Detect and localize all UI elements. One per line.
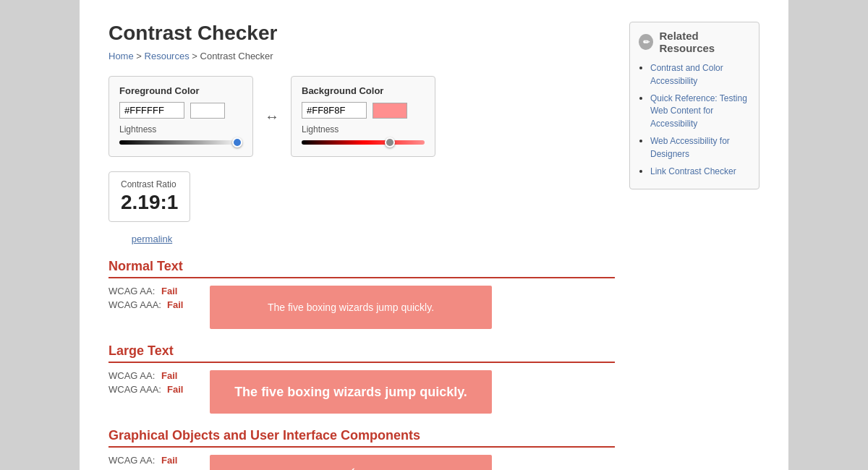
color-inputs-row: Foreground Color Lightness ↔ Backgroun [109,76,615,157]
foreground-swatch [190,103,225,119]
graphical-title: Graphical Objects and User Interface Com… [109,428,615,448]
breadcrumb: Home > Resources > Contrast Checker [109,51,615,61]
related-link-item-0: Contrast and Color Accessibility [650,61,750,87]
background-hex-input[interactable] [302,102,367,119]
foreground-slider-thumb[interactable] [232,137,242,148]
graphical-body: WCAG AA: Fail ✓ [109,455,615,470]
large-wcag-aaa-result: Fail [167,384,183,395]
contrast-ratio-value: 2.19:1 [121,191,178,214]
normal-wcag-aaa-label: WCAG AAA: [109,299,161,310]
graphical-wcag-aa-result: Fail [161,455,177,466]
related-link-item-1: Quick Reference: Testing Web Content for… [650,92,750,130]
graphical-wcag: WCAG AA: Fail [109,455,195,469]
contrast-ratio-label: Contrast Ratio [121,179,178,189]
background-color-box: Background Color Lightness [291,76,435,157]
normal-text-preview: The five boxing wizards jump quickly. [210,286,492,329]
related-resources-list: Contrast and Color Accessibility Quick R… [639,61,750,177]
normal-wcag-aa-row: WCAG AA: Fail [109,286,195,296]
breadcrumb-home[interactable]: Home [109,51,134,61]
large-text-wcag: WCAG AA: Fail WCAG AAA: Fail [109,370,195,398]
related-link-item-3: Link Contrast Checker [650,165,750,178]
background-slider[interactable] [302,137,425,148]
background-slider-thumb[interactable] [385,137,395,148]
large-text-body: WCAG AA: Fail WCAG AAA: Fail The five bo… [109,370,615,414]
swap-colors-button[interactable]: ↔ [265,108,279,125]
related-link-2[interactable]: Web Accessibility for Designers [650,136,730,159]
breadcrumb-resources[interactable]: Resources [145,51,190,61]
page-title: Contrast Checker [109,22,615,45]
checkmark-icon: ✓ [346,464,357,471]
background-input-row [302,102,425,119]
large-wcag-aaa-row: WCAG AAA: Fail [109,384,195,395]
normal-text-body: WCAG AA: Fail WCAG AAA: Fail The five bo… [109,286,615,329]
foreground-input-row [119,102,242,119]
normal-wcag-aa-result: Fail [161,286,177,296]
page-container: Contrast Checker Home > Resources > Cont… [80,0,788,470]
breadcrumb-current: Contrast Checker [200,51,273,61]
related-link-1[interactable]: Quick Reference: Testing Web Content for… [650,93,747,129]
related-link-0[interactable]: Contrast and Color Accessibility [650,63,723,86]
related-resources-title: Related Resources [659,30,750,54]
graphical-preview: ✓ [210,455,492,470]
permalink-link[interactable]: permalink [109,234,195,244]
graphical-section: Graphical Objects and User Interface Com… [109,428,615,470]
foreground-color-box: Foreground Color Lightness [109,76,253,157]
graphical-wcag-aa-label: WCAG AA: [109,455,156,466]
large-text-section: Large Text WCAG AA: Fail WCAG AAA: Fail [109,343,615,414]
large-wcag-aaa-label: WCAG AAA: [109,384,161,395]
foreground-hex-input[interactable] [119,102,184,119]
sidebar: ✏ Related Resources Contrast and Color A… [629,22,760,470]
background-slider-track [302,140,425,145]
large-text-title: Large Text [109,343,615,363]
normal-wcag-aaa-result: Fail [167,299,183,310]
normal-text-title: Normal Text [109,259,615,278]
foreground-lightness-label: Lightness [119,124,242,134]
related-link-item-2: Web Accessibility for Designers [650,134,750,161]
related-resources-box: ✏ Related Resources Contrast and Color A… [629,22,760,189]
large-wcag-aa-row: WCAG AA: Fail [109,370,195,381]
large-wcag-aa-label: WCAG AA: [109,370,156,381]
related-link-3[interactable]: Link Contrast Checker [650,166,736,176]
background-lightness-label: Lightness [302,124,425,134]
main-content: Contrast Checker Home > Resources > Cont… [109,22,615,470]
foreground-label: Foreground Color [119,85,242,96]
normal-wcag-aa-label: WCAG AA: [109,286,156,296]
background-swatch [373,103,407,119]
contrast-ratio-box: Contrast Ratio 2.19:1 [109,171,190,222]
related-resources-header: ✏ Related Resources [639,30,750,54]
normal-text-section: Normal Text WCAG AA: Fail WCAG AAA: Fail [109,259,615,329]
background-label: Background Color [302,85,425,96]
normal-text-wcag: WCAG AA: Fail WCAG AAA: Fail [109,286,195,313]
foreground-slider[interactable] [119,137,242,148]
foreground-slider-track [119,140,242,145]
large-wcag-aa-result: Fail [161,370,177,381]
graphical-wcag-aa-row: WCAG AA: Fail [109,455,195,466]
normal-wcag-aaa-row: WCAG AAA: Fail [109,299,195,310]
large-text-preview: The five boxing wizards jump quickly. [210,370,492,414]
related-resources-icon: ✏ [639,34,653,50]
